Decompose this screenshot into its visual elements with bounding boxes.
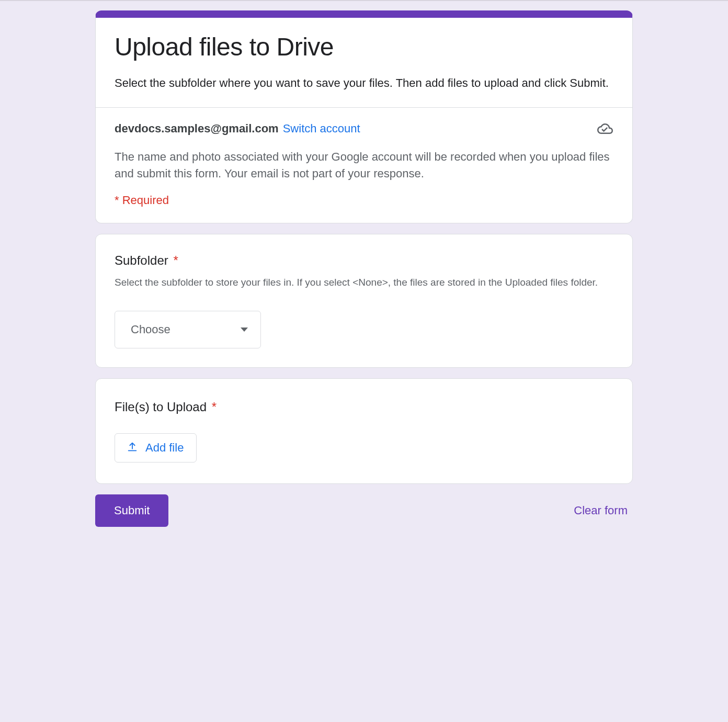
required-asterisk: * [212,400,217,414]
form-container: Upload files to Drive Select the subfold… [95,1,633,548]
header-top: Upload files to Drive Select the subfold… [96,18,632,107]
form-title: Upload files to Drive [115,32,613,61]
question-label: File(s) to Upload [115,400,207,414]
account-email: devdocs.samples@gmail.com [115,122,279,136]
subfolder-dropdown[interactable]: Choose [115,311,261,348]
required-note: * Required [115,194,613,207]
submit-button[interactable]: Submit [95,494,168,527]
question-title-files: File(s) to Upload * [115,400,613,414]
question-title-subfolder: Subfolder * [115,253,613,268]
question-help-subfolder: Select the subfolder to store your files… [115,275,613,290]
add-file-label: Add file [145,441,184,455]
question-label: Subfolder [115,253,168,267]
dropdown-selected-label: Choose [131,323,170,336]
add-file-button[interactable]: Add file [115,433,197,462]
required-asterisk: * [173,253,178,267]
form-description: Select the subfolder where you want to s… [115,75,613,92]
cloud-done-icon [597,120,613,137]
header-bottom: devdocs.samples@gmail.com Switch account… [96,108,632,223]
header-card: Upload files to Drive Select the subfold… [95,10,633,223]
footer-row: Submit Clear form [95,494,633,527]
account-info: devdocs.samples@gmail.com Switch account [115,122,360,136]
form-disclosure: The name and photo associated with your … [115,149,613,182]
chevron-down-icon [241,328,248,332]
clear-form-link[interactable]: Clear form [574,504,633,517]
switch-account-link[interactable]: Switch account [283,122,360,136]
upload-icon [127,441,138,455]
account-row: devdocs.samples@gmail.com Switch account [115,120,613,137]
question-files: File(s) to Upload * Add file [95,378,633,484]
question-subfolder: Subfolder * Select the subfolder to stor… [95,234,633,368]
